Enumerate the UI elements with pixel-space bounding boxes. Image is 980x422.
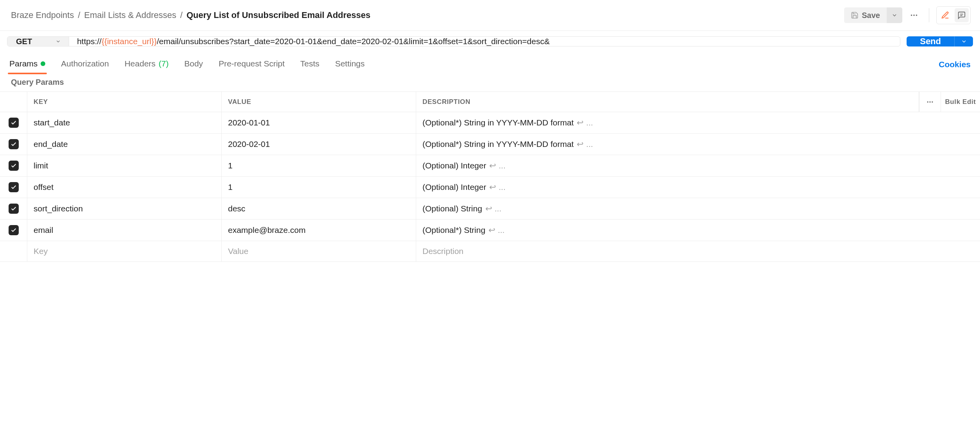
chevron-down-icon [961, 38, 967, 45]
param-enabled-checkbox[interactable] [9, 161, 19, 171]
url-bar: GET https://{{instance_url}}/email/unsub… [7, 36, 900, 46]
param-enabled-checkbox[interactable] [9, 204, 19, 214]
param-value-input[interactable]: 1 [222, 177, 416, 198]
svg-point-1 [913, 14, 915, 16]
param-enabled-checkbox[interactable] [9, 225, 19, 235]
params-active-indicator [41, 61, 45, 66]
tab-tests[interactable]: Tests [300, 55, 319, 74]
send-button-group: Send [907, 36, 973, 46]
breadcrumb: Braze Endpoints / Email Lists & Addresse… [11, 10, 841, 20]
toolbar-icon-box [936, 6, 971, 24]
edit-button[interactable] [938, 8, 952, 22]
save-button-label: Save [862, 11, 880, 20]
param-description-input[interactable]: (Optional) Integer ↩ ... [416, 155, 980, 176]
table-row: offset 1 (Optional) Integer ↩ ... [0, 177, 980, 198]
tab-label: Settings [335, 59, 365, 68]
svg-point-2 [916, 14, 918, 16]
more-horizontal-icon [926, 98, 934, 106]
toolbar-separator [929, 8, 929, 22]
param-value-input[interactable]: 2020-01-01 [222, 112, 416, 133]
params-table-header: KEY VALUE DESCRIPTION Bulk Edit [0, 92, 980, 112]
header-checkbox-col [0, 92, 27, 112]
tabs: Params Authorization Headers (7) Body Pr… [0, 50, 980, 74]
comments-button[interactable] [955, 8, 969, 22]
comment-icon [957, 11, 966, 20]
send-dropdown-button[interactable] [954, 36, 973, 46]
table-row: sort_direction desc (Optional) String ↩ … [0, 198, 980, 220]
tab-label: Headers [125, 59, 155, 68]
save-dropdown-button[interactable] [887, 7, 902, 23]
param-enabled-checkbox[interactable] [9, 182, 19, 192]
svg-point-0 [911, 14, 912, 16]
param-key-input[interactable]: offset [27, 177, 222, 198]
tab-body[interactable]: Body [184, 55, 203, 74]
param-key-input[interactable]: end_date [27, 134, 222, 155]
param-description-input[interactable]: (Optional*) String in YYYY-MM-DD format … [416, 112, 980, 133]
more-horizontal-icon [910, 11, 918, 20]
param-value-input[interactable]: Value [222, 241, 416, 261]
url-input[interactable]: https://{{instance_url}}/email/unsubscri… [69, 37, 900, 46]
save-button-group: Save [844, 7, 902, 23]
tab-label: Authorization [61, 59, 109, 68]
svg-point-7 [932, 101, 933, 102]
method-select[interactable]: GET [7, 37, 69, 46]
breadcrumb-current: Query List of Unsubscribed Email Address… [187, 10, 371, 20]
url-suffix: /email/unsubscribes?start_date=2020-01-0… [157, 37, 550, 46]
breadcrumb-link-0[interactable]: Braze Endpoints [11, 10, 74, 20]
method-label: GET [16, 37, 32, 46]
breadcrumb-link-1[interactable]: Email Lists & Addresses [84, 10, 176, 20]
url-variable: {{instance_url}} [102, 37, 157, 46]
param-key-input[interactable]: limit [27, 155, 222, 176]
param-enabled-checkbox[interactable] [9, 139, 19, 149]
table-row: limit 1 (Optional) Integer ↩ ... [0, 155, 980, 177]
param-description-input[interactable]: (Optional) String ↩ ... [416, 198, 980, 219]
save-button[interactable]: Save [844, 7, 887, 23]
param-description-input[interactable]: Description [416, 241, 980, 261]
tab-params[interactable]: Params [9, 55, 45, 74]
chevron-down-icon [55, 39, 61, 44]
tab-prerequest[interactable]: Pre-request Script [219, 55, 285, 74]
chevron-down-icon [891, 12, 898, 18]
params-table: KEY VALUE DESCRIPTION Bulk Edit start_da… [0, 91, 980, 262]
tab-label: Params [9, 59, 37, 68]
breadcrumb-separator: / [78, 10, 80, 20]
send-button[interactable]: Send [907, 36, 954, 46]
param-description-input[interactable]: (Optional*) String ↩ ... [416, 220, 980, 241]
param-enabled-checkbox[interactable] [9, 118, 19, 128]
bulk-edit-button[interactable]: Bulk Edit [941, 92, 980, 112]
param-value-input[interactable]: example@braze.com [222, 220, 416, 241]
url-prefix: https:// [77, 37, 102, 46]
table-row: start_date 2020-01-01 (Optional*) String… [0, 112, 980, 134]
table-row: end_date 2020-02-01 (Optional*) String i… [0, 134, 980, 155]
param-value-input[interactable]: desc [222, 198, 416, 219]
toolbar-right: Save [844, 6, 971, 24]
more-actions-button[interactable] [906, 7, 922, 23]
header-more-button[interactable] [919, 92, 941, 112]
cookies-link[interactable]: Cookies [939, 60, 971, 69]
table-row-placeholder: Key Value Description [0, 241, 980, 261]
param-key-input[interactable]: email [27, 220, 222, 241]
tab-headers[interactable]: Headers (7) [125, 55, 169, 74]
request-row: GET https://{{instance_url}}/email/unsub… [0, 31, 980, 50]
tab-authorization[interactable]: Authorization [61, 55, 109, 74]
param-key-input[interactable]: Key [27, 241, 222, 261]
save-icon [851, 11, 859, 19]
param-value-input[interactable]: 1 [222, 155, 416, 176]
param-value-input[interactable]: 2020-02-01 [222, 134, 416, 155]
param-description-input[interactable]: (Optional*) String in YYYY-MM-DD format … [416, 134, 980, 155]
svg-point-5 [927, 101, 928, 102]
section-title: Query Params [0, 74, 980, 91]
placeholder-checkbox-col [0, 241, 27, 261]
svg-point-6 [929, 101, 930, 102]
header-description: DESCRIPTION [416, 92, 919, 112]
breadcrumb-separator: / [180, 10, 183, 20]
tab-settings[interactable]: Settings [335, 55, 365, 74]
top-toolbar: Braze Endpoints / Email Lists & Addresse… [0, 0, 980, 31]
header-value: VALUE [222, 92, 416, 112]
param-description-input[interactable]: (Optional) Integer ↩ ... [416, 177, 980, 198]
table-row: email example@braze.com (Optional*) Stri… [0, 220, 980, 241]
tab-label: Body [184, 59, 203, 68]
tab-label: Tests [300, 59, 319, 68]
param-key-input[interactable]: sort_direction [27, 198, 222, 219]
param-key-input[interactable]: start_date [27, 112, 222, 133]
